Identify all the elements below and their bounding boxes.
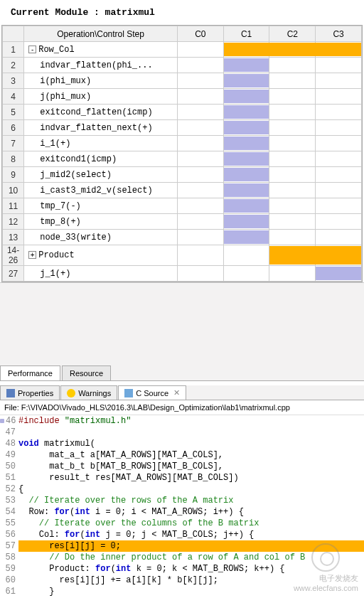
operation-label: i_cast3_mid2_v(select)	[40, 186, 152, 196]
operation-cell[interactable]: node_33(write)	[24, 230, 178, 245]
schedule-bar	[224, 168, 269, 181]
table-row[interactable]: 3i(phi_mux)	[3, 73, 362, 89]
row-number: 1	[3, 42, 24, 58]
code-text: Row: for(int i = 0; i < MAT_A_ROWS; i++)…	[18, 506, 364, 518]
line-num: 60	[0, 575, 18, 586]
code-text-highlighted: res[i][j] = 0;	[18, 540, 364, 552]
line-num: 57	[0, 540, 18, 552]
row-number: 4	[3, 89, 24, 105]
state-cell	[269, 73, 316, 89]
state-cell	[223, 167, 269, 183]
state-cell	[223, 245, 269, 266]
operation-cell[interactable]: tmp_8(+)	[24, 214, 178, 230]
table-row[interactable]: 4j(phi_mux)	[3, 89, 362, 105]
table-row[interactable]: 6indvar_flatten_next(+)	[3, 120, 362, 136]
table-row[interactable]: 7i_1(+)	[3, 136, 362, 151]
line-num: 50	[0, 461, 18, 472]
line-num: 48	[0, 438, 18, 449]
state-cell	[269, 183, 316, 198]
row-number: 2	[3, 58, 24, 73]
table-row[interactable]: 10i_cast3_mid2_v(select)	[3, 183, 362, 198]
operation-cell[interactable]: exitcond_flatten(icmp)	[24, 105, 178, 120]
close-icon[interactable]: ✕	[173, 388, 180, 397]
operation-label: j(phi_mux)	[40, 92, 91, 102]
expand-icon[interactable]: +	[28, 251, 36, 259]
state-cell	[269, 198, 316, 214]
operation-cell[interactable]: i(phi_mux)	[24, 73, 178, 89]
operation-cell[interactable]: j_mid2(select)	[24, 167, 178, 183]
operation-cell[interactable]: exitcond1(icmp)	[24, 151, 178, 167]
code-text: mat_a_t a[MAT_A_ROWS][MAT_A_COLS],	[18, 449, 364, 461]
table-row[interactable]: 12tmp_8(+)	[3, 214, 362, 230]
collapse-icon[interactable]: -	[28, 46, 36, 53]
row-number: 13	[3, 230, 24, 245]
table-row[interactable]: 5exitcond_flatten(icmp)	[3, 105, 362, 120]
tab-properties[interactable]: Properties	[0, 385, 60, 400]
operation-cell[interactable]: indvar_flatten(phi_...	[24, 58, 178, 73]
code-text	[18, 427, 364, 438]
state-cell	[223, 214, 269, 230]
table-row[interactable]: 13node_33(write)	[3, 230, 362, 245]
table-row[interactable]: 8exitcond1(icmp)	[3, 151, 362, 167]
col-c2[interactable]: C2	[269, 26, 316, 42]
line-num: 55	[0, 518, 18, 529]
operation-cell[interactable]: i_1(+)	[24, 136, 178, 151]
line-num: 58	[0, 552, 18, 563]
code-editor[interactable]: 46#include "matrixmul.h" 47 48void matri…	[0, 415, 364, 598]
schedule-bar	[224, 183, 269, 197]
code-text: res[i][j] += a[i][k] * b[k][j];	[18, 575, 364, 586]
line-num: 49	[0, 449, 18, 461]
operation-label: Row_Col	[38, 45, 74, 55]
state-cell	[269, 120, 316, 136]
col-c0[interactable]: C0	[178, 26, 224, 42]
state-cell	[269, 214, 316, 230]
operation-label: i(phi_mux)	[40, 76, 91, 86]
operation-cell[interactable]: +Product	[24, 245, 178, 266]
schedule-bar	[224, 90, 269, 103]
table-row[interactable]: 1-Row_Col	[3, 42, 362, 58]
col-c1[interactable]: C1	[223, 26, 269, 42]
state-cell	[223, 89, 269, 105]
state-cell	[269, 136, 316, 151]
schedule-table-wrap: Operation\Control Step C0 C1 C2 C3 1-Row…	[1, 25, 363, 282]
code-text: mat_b_t b[MAT_B_ROWS][MAT_B_COLS],	[18, 461, 364, 472]
operation-label: indvar_flatten(phi_...	[40, 60, 152, 70]
table-row[interactable]: 9j_mid2(select)	[3, 167, 362, 183]
tab-performance[interactable]: Performance	[0, 365, 60, 380]
line-num: 56	[0, 529, 18, 540]
operation-cell[interactable]: tmp_7(-)	[24, 198, 178, 214]
code-text: // Do the inner product of a row of A an…	[18, 552, 364, 563]
row-number: 5	[3, 105, 24, 120]
operation-cell[interactable]: j(phi_mux)	[24, 89, 178, 105]
state-cell	[269, 58, 316, 73]
state-cell	[223, 183, 269, 198]
state-cell	[316, 58, 362, 73]
line-num: 53	[0, 495, 18, 506]
state-cell	[178, 214, 224, 230]
table-row[interactable]: 27j_1(+)	[3, 266, 362, 282]
code-text: // Iterate over the rows of the A matrix	[18, 495, 364, 506]
col-operation[interactable]: Operation\Control Step	[24, 26, 178, 42]
code-text: Product: for(int k = 0; k < MAT_B_ROWS; …	[18, 563, 364, 575]
table-row[interactable]: 14-26+Product	[3, 245, 362, 266]
col-c3[interactable]: C3	[316, 26, 362, 42]
operation-cell[interactable]: -Row_Col	[24, 42, 178, 58]
operation-cell[interactable]: i_cast3_mid2_v(select)	[24, 183, 178, 198]
state-cell	[178, 105, 224, 120]
code-text: }	[18, 586, 364, 597]
state-cell	[269, 105, 316, 120]
table-row[interactable]: 2indvar_flatten(phi_...	[3, 58, 362, 73]
operation-cell[interactable]: j_1(+)	[24, 266, 178, 282]
module-header: Current Module : matrixmul	[0, 0, 364, 25]
tab-warnings-label: Warnings	[78, 389, 111, 397]
file-label: File:	[4, 403, 19, 412]
state-cell	[223, 120, 269, 136]
tab-warnings[interactable]: Warnings	[60, 385, 117, 400]
tab-c-source[interactable]: C Source✕	[118, 385, 186, 400]
state-cell	[178, 183, 224, 198]
state-cell	[269, 245, 316, 266]
operation-cell[interactable]: indvar_flatten_next(+)	[24, 120, 178, 136]
table-row[interactable]: 11tmp_7(-)	[3, 198, 362, 214]
state-cell	[316, 198, 362, 214]
tab-resource[interactable]: Resource	[62, 365, 111, 380]
